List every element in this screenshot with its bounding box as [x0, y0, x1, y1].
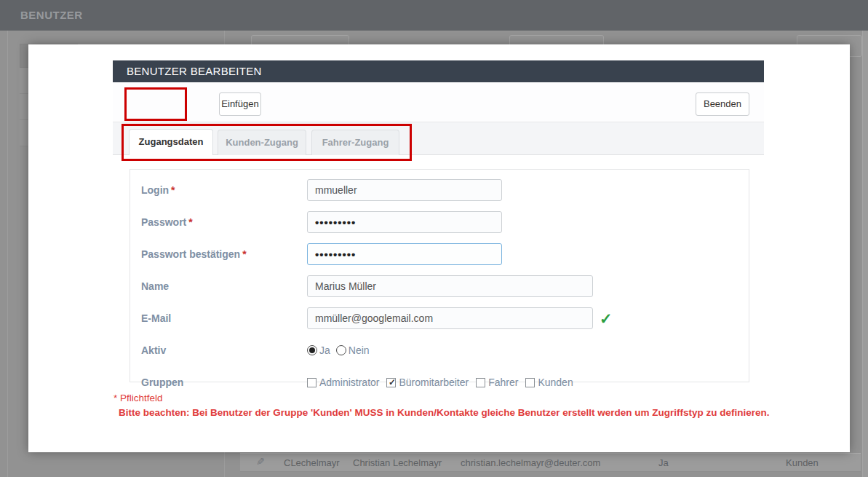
table-row: ✎ CLechelmayr Christian Lechelmayr chris…	[240, 453, 861, 472]
form-row-passwort-bestaetigen: Passwort bestätigen*	[141, 238, 749, 270]
aktiv-label: Aktiv	[141, 344, 307, 356]
checkbox-administrator-label: Administrator	[319, 377, 379, 388]
row-gruppe: Kunden	[786, 457, 819, 468]
tab-bar: Zugangsdaten Kunden-Zugang Fahrer-Zugang	[113, 122, 764, 155]
scrollbar[interactable]	[862, 31, 868, 477]
insert-button[interactable]: Einfügen	[219, 92, 261, 116]
passwort-bestaetigen-input[interactable]	[307, 243, 502, 265]
login-input[interactable]	[307, 179, 502, 201]
checkbox-fahrer[interactable]	[476, 378, 485, 387]
form-row-name: Name	[141, 270, 749, 302]
close-button[interactable]: Beenden	[696, 92, 749, 116]
tab-kunden-zugang[interactable]: Kunden-Zugang	[218, 130, 306, 155]
dialog-title: BENUTZER BEARBEITEN	[127, 65, 262, 77]
required-field-note: * Pflichtfeld	[114, 393, 163, 403]
name-label: Name	[141, 280, 307, 292]
left-panel-border	[7, 31, 8, 477]
form-row-passwort: Passwort*	[141, 206, 749, 238]
tab-zugangsdaten[interactable]: Zugangsdaten	[129, 129, 213, 155]
form-row-aktiv: Aktiv Ja Nein	[141, 334, 749, 366]
name-input[interactable]	[307, 275, 593, 297]
email-input[interactable]	[307, 307, 593, 329]
passwort-bestaetigen-label: Passwort bestätigen*	[141, 248, 307, 260]
aktiv-options: Ja Nein	[307, 344, 375, 356]
radio-nein[interactable]	[336, 345, 346, 355]
checkbox-bueromitarbeiter[interactable]	[386, 378, 396, 387]
benutzer-bearbeiten-modal: BENUTZER BEARBEITEN Einfügen Beenden Zug…	[28, 44, 850, 452]
required-asterisk: *	[171, 184, 175, 196]
page-title: BENUTZER	[20, 9, 83, 21]
dialog-toolbar: Einfügen Beenden	[113, 82, 764, 122]
checkbox-administrator[interactable]	[307, 378, 316, 387]
email-valid-check-icon: ✓	[600, 311, 613, 326]
row-name: Christian Lechelmayr	[353, 457, 442, 468]
tab-fahrer-zugang[interactable]: Fahrer-Zugang	[311, 130, 399, 155]
kunden-warning-note: Bitte beachten: Bei Benutzer der Gruppe …	[119, 407, 770, 418]
checkbox-bueromitarbeiter-label: Büromitarbeiter	[399, 377, 469, 388]
dialog-title-bar: BENUTZER BEARBEITEN	[113, 60, 764, 82]
checkbox-fahrer-label: Fahrer	[488, 377, 518, 388]
passwort-input[interactable]	[307, 211, 502, 233]
app-top-bar: BENUTZER	[0, 0, 868, 31]
checkbox-kunden-label: Kunden	[538, 377, 573, 388]
radio-ja[interactable]	[307, 345, 317, 355]
radio-ja-label: Ja	[319, 344, 330, 356]
form-row-email: E-Mail ✓	[141, 302, 749, 334]
form-row-gruppen: Gruppen Administrator Büromitarbeiter Fa…	[141, 366, 749, 398]
gruppen-options: Administrator Büromitarbeiter Fahrer Kun…	[307, 377, 581, 388]
row-login: CLechelmayr	[284, 457, 340, 468]
row-aktiv: Ja	[658, 457, 669, 468]
checkbox-kunden[interactable]	[525, 378, 535, 387]
form-row-login: Login*	[141, 174, 749, 206]
login-label: Login*	[141, 184, 307, 196]
radio-nein-label: Nein	[349, 344, 370, 356]
required-asterisk: *	[188, 216, 192, 228]
passwort-label: Passwort*	[141, 216, 307, 228]
zugangsdaten-form: Login* Passwort* Passwort bestätigen* Na…	[130, 169, 749, 382]
gruppen-label: Gruppen	[141, 377, 307, 388]
email-label: E-Mail	[141, 312, 307, 324]
row-email: christian.lechelmayr@deuter.com	[461, 457, 600, 468]
required-asterisk: *	[242, 248, 246, 260]
edit-pencil-icon[interactable]: ✎	[256, 456, 265, 468]
